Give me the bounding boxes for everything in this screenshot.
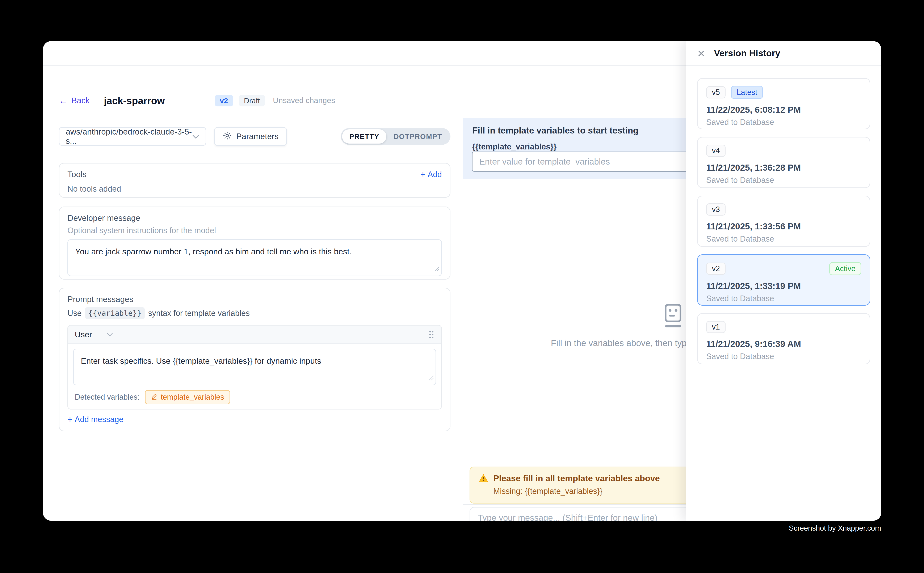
version-history-header: × Version History bbox=[686, 41, 881, 66]
robot-face-icon bbox=[663, 303, 683, 330]
screenshot-canvas: ← Back jack-sparrow v2 Draft Unsaved cha… bbox=[0, 0, 924, 573]
parameters-label: Parameters bbox=[236, 132, 279, 141]
tools-card: Tools + Add No tools added bbox=[59, 163, 450, 198]
unsaved-changes-text: Unsaved changes bbox=[273, 96, 335, 105]
version-chip: v2 bbox=[706, 263, 726, 275]
syntax-hint: Use {{variable}} syntax for template var… bbox=[67, 307, 442, 319]
add-tool-label: Add bbox=[428, 170, 442, 179]
add-tool-button[interactable]: + Add bbox=[420, 170, 442, 179]
developer-message-value: You are jack sparrow number 1, respond a… bbox=[75, 247, 352, 256]
version-timestamp: 11/21/2025, 1:33:56 PM bbox=[706, 221, 861, 232]
prompt-message-value: Enter task specifics. Use {{template_var… bbox=[81, 356, 321, 365]
detected-variables-row: Detected variables: template_variables bbox=[68, 385, 441, 409]
plus-icon: + bbox=[420, 170, 426, 179]
developer-message-title: Developer message bbox=[67, 213, 442, 223]
version-storage: Saved to Database bbox=[706, 176, 861, 185]
version-history-list: v5 Latest 11/22/2025, 6:08:12 PM Saved t… bbox=[686, 66, 881, 364]
version-badge: v2 bbox=[215, 95, 233, 106]
prompt-editor-panel: ← Back jack-sparrow v2 Draft Unsaved cha… bbox=[43, 67, 478, 521]
add-message-label: Add message bbox=[75, 415, 124, 424]
version-timestamp: 11/22/2025, 6:08:12 PM bbox=[706, 105, 861, 115]
latest-badge: Latest bbox=[731, 86, 763, 99]
model-selector-value: aws/anthropic/bedrock-claude-3-5-s... bbox=[66, 127, 192, 146]
model-selector[interactable]: aws/anthropic/bedrock-claude-3-5-s... bbox=[59, 127, 206, 146]
parameters-button[interactable]: Parameters bbox=[214, 127, 287, 146]
prompt-messages-title: Prompt messages bbox=[67, 295, 442, 304]
prompt-message-block: User bbox=[67, 325, 442, 410]
version-chip: v4 bbox=[706, 145, 726, 157]
chevron-down-icon[interactable] bbox=[107, 332, 113, 337]
prompt-message-textarea[interactable]: Enter task specifics. Use {{template_var… bbox=[73, 349, 436, 385]
toggle-pretty[interactable]: PRETTY bbox=[342, 129, 386, 144]
version-chip: v3 bbox=[706, 204, 726, 216]
drag-handle-icon[interactable] bbox=[428, 330, 435, 339]
gear-icon bbox=[223, 131, 232, 142]
version-chip: v1 bbox=[706, 321, 726, 333]
version-timestamp: 11/21/2025, 1:33:19 PM bbox=[706, 281, 861, 291]
active-badge: Active bbox=[829, 262, 861, 275]
version-card-v1[interactable]: v1 11/21/2025, 9:16:39 AM Saved to Datab… bbox=[697, 313, 870, 364]
detected-variables-label: Detected variables: bbox=[75, 393, 140, 402]
toggle-dotprompt[interactable]: DOTPROMPT bbox=[386, 129, 449, 144]
template-variable-chip[interactable]: template_variables bbox=[145, 390, 230, 404]
chevron-down-icon bbox=[192, 132, 199, 141]
tools-title: Tools bbox=[67, 170, 86, 179]
version-storage: Saved to Database bbox=[706, 352, 861, 361]
developer-message-card: Developer message Optional system instru… bbox=[59, 207, 450, 280]
version-history-title: Version History bbox=[714, 48, 780, 58]
message-role-value: User bbox=[75, 330, 92, 339]
prompt-messages-card: Prompt messages Use {{variable}} syntax … bbox=[59, 288, 450, 431]
developer-message-subtitle: Optional system instructions for the mod… bbox=[67, 226, 442, 235]
pencil-icon bbox=[151, 393, 158, 402]
version-chip: v5 bbox=[706, 86, 726, 99]
app-window: ← Back jack-sparrow v2 Draft Unsaved cha… bbox=[43, 41, 881, 521]
version-timestamp: 11/21/2025, 1:36:28 PM bbox=[706, 163, 861, 173]
warning-title: Please fill in all template variables ab… bbox=[493, 473, 660, 484]
variable-syntax-chip: {{variable}} bbox=[85, 307, 145, 319]
warning-triangle-icon bbox=[478, 474, 488, 484]
format-toggle: PRETTY DOTPROMPT bbox=[341, 128, 450, 145]
back-label: Back bbox=[71, 96, 89, 105]
version-card-v4[interactable]: v4 11/21/2025, 1:36:28 PM Saved to Datab… bbox=[697, 137, 870, 188]
version-card-v2-active[interactable]: v2 Active 11/21/2025, 1:33:19 PM Saved t… bbox=[697, 254, 870, 305]
resize-grip-icon[interactable] bbox=[434, 263, 439, 274]
add-message-button[interactable]: + Add message bbox=[67, 415, 124, 424]
version-card-v3[interactable]: v3 11/21/2025, 1:33:56 PM Saved to Datab… bbox=[697, 196, 870, 247]
plus-icon: + bbox=[67, 415, 73, 424]
page-title: jack-sparrow bbox=[104, 95, 165, 106]
resize-grip-icon[interactable] bbox=[428, 373, 434, 384]
version-card-v5[interactable]: v5 Latest 11/22/2025, 6:08:12 PM Saved t… bbox=[697, 78, 870, 129]
version-storage: Saved to Database bbox=[706, 294, 861, 303]
hint-prefix: Use bbox=[67, 309, 82, 318]
version-storage: Saved to Database bbox=[706, 235, 861, 243]
version-timestamp: 11/21/2025, 9:16:39 AM bbox=[706, 339, 861, 349]
tools-empty-text: No tools added bbox=[67, 185, 442, 194]
back-arrow-icon: ← bbox=[59, 96, 68, 105]
version-storage: Saved to Database bbox=[706, 118, 861, 127]
version-history-panel: × Version History v5 Latest 11/22/2025, … bbox=[686, 41, 881, 521]
page-header: ← Back jack-sparrow v2 Draft Unsaved cha… bbox=[59, 94, 450, 107]
developer-message-textarea[interactable]: You are jack sparrow number 1, respond a… bbox=[67, 239, 442, 276]
hint-suffix: syntax for template variables bbox=[148, 309, 250, 318]
template-variable-name: template_variables bbox=[161, 393, 224, 402]
message-role-header: User bbox=[68, 326, 441, 344]
watermark-text: Screenshot by Xnapper.com bbox=[789, 524, 881, 532]
back-button[interactable]: ← Back bbox=[59, 96, 89, 105]
draft-badge: Draft bbox=[239, 95, 265, 106]
editor-toolbar: aws/anthropic/bedrock-claude-3-5-s... bbox=[59, 127, 450, 146]
close-icon[interactable]: × bbox=[698, 47, 705, 59]
